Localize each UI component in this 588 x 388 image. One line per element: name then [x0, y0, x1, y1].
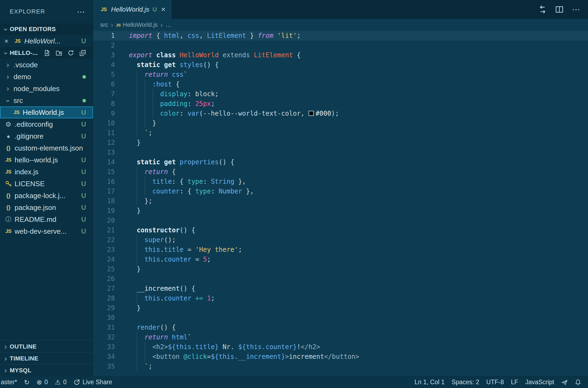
eol[interactable]: LF	[507, 376, 522, 388]
section-mysql[interactable]: ›MYSQL	[0, 364, 93, 376]
errors-indicator[interactable]: ⊗0	[33, 376, 51, 388]
refresh-explorer-button-icon[interactable]	[68, 50, 74, 56]
code-line-28[interactable]: 28this.counter += 1;	[93, 293, 588, 303]
code-line-35[interactable]: 35`;	[93, 362, 588, 371]
file-editorconfig[interactable]: ⚙.editorconfigU	[0, 118, 93, 130]
editor-actions: ⋯	[539, 0, 588, 19]
collapse-folders-button-icon[interactable]	[79, 50, 86, 56]
git-status-badge: U	[81, 37, 86, 45]
code-line-33[interactable]: 33<h2>${this.title} Nr. ${this.counter}!…	[93, 342, 588, 352]
code-line-29[interactable]: 29}	[93, 303, 588, 313]
code-line-20[interactable]: 20	[93, 216, 588, 225]
line-number: 6	[93, 79, 115, 89]
file-gitignore[interactable]: ◆.gitignoreU	[0, 130, 93, 142]
tab-helloworld-js[interactable]: JS HelloWorld.js U ×	[93, 0, 172, 19]
open-editors-header[interactable]: › OPEN EDITORS	[0, 23, 93, 35]
code-line-15[interactable]: 15return {	[93, 167, 588, 177]
open-editor-item[interactable]: × JS HelloWorl... U	[0, 35, 93, 47]
file-custom-elements-json[interactable]: {}custom-elements.json	[0, 142, 93, 154]
code-line-11[interactable]: 11`;	[93, 128, 588, 138]
code-line-13[interactable]: 13	[93, 148, 588, 157]
code-line-34[interactable]: 34<button @click=${this.__increment}>inc…	[93, 352, 588, 362]
breadcrumb-src[interactable]: src	[100, 21, 108, 28]
file-package-lock-j[interactable]: {}package-lock.j...U	[0, 190, 93, 202]
code-line-26[interactable]: 26	[93, 274, 588, 284]
language-mode[interactable]: JavaScript	[522, 376, 558, 388]
code-line-18[interactable]: 18};	[93, 196, 588, 206]
code-line-7[interactable]: 7display: block;	[93, 89, 588, 99]
git-status-badge: U	[81, 180, 86, 188]
folder-node-modules[interactable]: ›node_modules	[0, 83, 93, 95]
explorer-more-actions-icon[interactable]: ⋯	[77, 7, 85, 16]
file-package-json[interactable]: {}package.jsonU	[0, 202, 93, 213]
code-line-1[interactable]: 1import { html, css, LitElement } from '…	[93, 31, 588, 41]
code-line-21[interactable]: 21constructor() {	[93, 225, 588, 235]
line-number: 33	[93, 342, 115, 352]
file-index-js[interactable]: JSindex.jsU	[0, 166, 93, 178]
file-readme-md[interactable]: ⓘREADME.mdU	[0, 213, 93, 225]
indentation[interactable]: Spaces: 2	[448, 376, 483, 388]
new-folder-button-icon[interactable]	[56, 50, 62, 56]
extension-icon[interactable]	[558, 376, 571, 388]
code-line-19[interactable]: 19}	[93, 206, 588, 216]
folder-src[interactable]: ›src	[0, 95, 93, 106]
open-changes-button-icon[interactable]	[539, 5, 547, 14]
code-line-14[interactable]: 14static get properties() {	[93, 157, 588, 167]
close-icon[interactable]: ×	[4, 37, 13, 45]
new-file-button-icon[interactable]	[44, 50, 50, 56]
file-hello-world-js[interactable]: JShello--world.jsU	[0, 154, 93, 166]
file-license[interactable]: LICENSEU	[0, 178, 93, 190]
code-line-24[interactable]: 24this.counter = 5;	[93, 255, 588, 264]
live-share-button[interactable]: Live Share	[70, 376, 116, 388]
encoding[interactable]: UTF-8	[483, 376, 507, 388]
line-number: 4	[93, 60, 115, 70]
git-branch[interactable]: aster*	[0, 376, 21, 388]
breadcrumb-helloworld-js[interactable]: JSHelloWorld.js	[116, 21, 158, 28]
color-swatch[interactable]	[309, 111, 314, 116]
file-label: package-lock.j...	[15, 192, 65, 200]
code-line-25[interactable]: 25}	[93, 264, 588, 274]
tab-close-icon[interactable]: ×	[161, 5, 165, 14]
open-editor-filename: HelloWorl...	[24, 37, 61, 45]
code-line-17[interactable]: 17counter: { type: Number },	[93, 186, 588, 196]
code-line-30[interactable]: 30	[93, 313, 588, 323]
code-line-3[interactable]: 3export class HelloWorld extends LitElem…	[93, 50, 588, 60]
code-line-4[interactable]: 4static get styles() {	[93, 60, 588, 70]
line-number: 12	[93, 138, 115, 148]
sync-button[interactable]: ↻	[21, 376, 33, 388]
notifications-bell[interactable]	[571, 376, 585, 388]
code-line-27[interactable]: 27__increment() {	[93, 284, 588, 293]
js-file-icon: JS	[99, 5, 108, 14]
editor-more-actions-button-icon[interactable]: ⋯	[572, 5, 580, 14]
code-line-32[interactable]: 32return html`	[93, 332, 588, 342]
section-outline[interactable]: ›OUTLINE	[0, 340, 93, 352]
code-line-12[interactable]: 12}	[93, 138, 588, 148]
code-line-9[interactable]: 9color: var(--hello--world-text-color, #…	[93, 109, 588, 118]
code-line-23[interactable]: 23this.title = 'Hey there';	[93, 245, 588, 255]
folder-vscode[interactable]: ›.vscode	[0, 59, 93, 71]
file-helloworld-js[interactable]: JSHelloWorld.jsU	[0, 106, 93, 118]
file-label: custom-elements.json	[15, 144, 83, 152]
code-line-5[interactable]: 5return css`	[93, 70, 588, 79]
folder-demo[interactable]: ›demo	[0, 71, 93, 83]
warnings-indicator[interactable]: ⚠0	[51, 376, 70, 388]
file-web-dev-serve[interactable]: JSweb-dev-serve...U	[0, 225, 93, 237]
breadcrumb-item[interactable]: …	[165, 21, 171, 28]
editor-group: JS HelloWorld.js U × ⋯ src›JSHelloWorld.…	[93, 0, 588, 376]
code-line-8[interactable]: 8padding: 25px;	[93, 99, 588, 109]
code-line-10[interactable]: 10}	[93, 118, 588, 128]
code-line-2[interactable]: 2	[93, 41, 588, 50]
code-line-31[interactable]: 31render() {	[93, 323, 588, 332]
code-line-6[interactable]: 6:host {	[93, 79, 588, 89]
section-timeline[interactable]: ›TIMELINE	[0, 352, 93, 364]
line-number: 34	[93, 352, 115, 362]
line-number: 26	[93, 274, 115, 284]
line-number: 8	[93, 99, 115, 109]
code-line-22[interactable]: 22super();	[93, 235, 588, 245]
line-number: 27	[93, 284, 115, 293]
split-editor-button-icon[interactable]	[555, 5, 563, 14]
project-section-header[interactable]: › HELLO-...	[0, 47, 93, 59]
cursor-position[interactable]: Ln 1, Col 1	[411, 376, 448, 388]
code-editor[interactable]: 1import { html, css, LitElement } from '…	[93, 31, 588, 376]
code-line-16[interactable]: 16title: { type: String },	[93, 177, 588, 186]
